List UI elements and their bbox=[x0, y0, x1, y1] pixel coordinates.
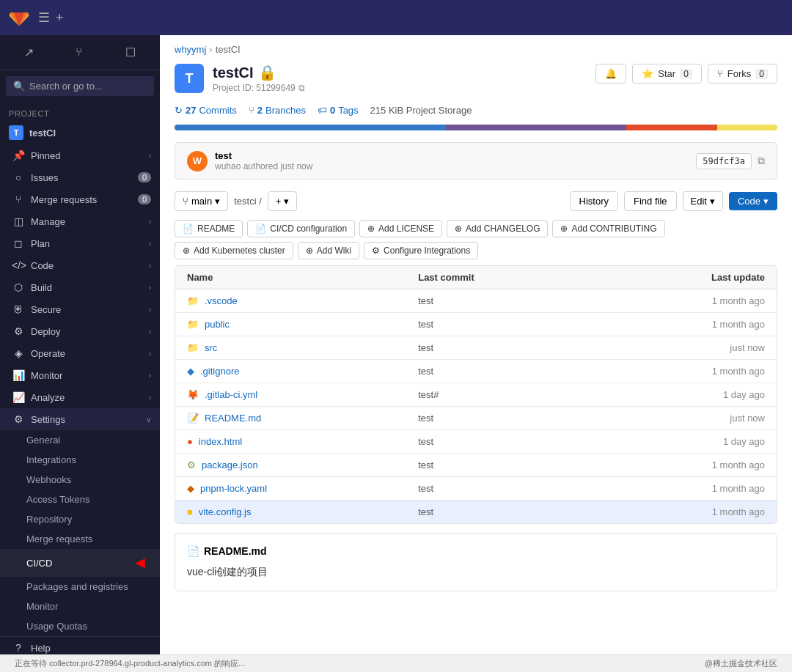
breadcrumb-parent-link[interactable]: whyymj bbox=[175, 44, 206, 55]
commit-hash[interactable]: 59dfcf3a bbox=[696, 153, 752, 169]
sidebar-your-work-icon[interactable]: ↗ bbox=[17, 41, 41, 64]
add-icon: ⊕ bbox=[455, 224, 462, 234]
readme-title-text: README.md bbox=[204, 545, 267, 557]
qa-k8s-button[interactable]: ⊕ Add Kubernetes cluster bbox=[175, 242, 293, 259]
gitlab-ci-icon: 🦊 bbox=[187, 389, 199, 400]
sidebar-item-label: Settings bbox=[31, 414, 65, 425]
branches-link[interactable]: ⑂ 2 Branches bbox=[249, 105, 306, 116]
sidebar-item-label: Pinned bbox=[31, 150, 60, 161]
commits-link[interactable]: ↻ 27 Commits bbox=[175, 105, 237, 116]
sidebar-item-label: Issues bbox=[31, 172, 59, 183]
sidebar-item-label: Build bbox=[31, 282, 52, 293]
sidebar-item-plan[interactable]: ◻ Plan › bbox=[0, 232, 160, 254]
sidebar-toggle-icon[interactable]: ☰ bbox=[38, 10, 50, 26]
file-table: Name Last commit Last update 📁.vscode te… bbox=[175, 265, 777, 524]
forks-button[interactable]: ⑂ Forks 0 bbox=[708, 64, 777, 84]
sidebar-sub-usage-quotas[interactable]: Usage Quotas bbox=[0, 616, 160, 636]
file-link[interactable]: .gitignore bbox=[200, 366, 239, 377]
code-button[interactable]: Code ▾ bbox=[729, 192, 777, 210]
edit-button[interactable]: Edit ▾ bbox=[683, 191, 723, 211]
sidebar-sub-integrations[interactable]: Integrations bbox=[0, 450, 160, 470]
file-link[interactable]: vite.config.js bbox=[199, 506, 252, 517]
repo-title-text: testCI bbox=[213, 64, 254, 81]
sidebar-sub-general[interactable]: General bbox=[0, 430, 160, 450]
sidebar-sub-cicd[interactable]: CI/CD ◄ bbox=[0, 549, 160, 577]
tags-link[interactable]: 🏷 0 Tags bbox=[318, 105, 359, 116]
sidebar-item-code[interactable]: </> Code › bbox=[0, 254, 160, 276]
copy-id-icon[interactable]: ⧉ bbox=[298, 83, 305, 93]
sidebar-item-manage[interactable]: ◫ Manage › bbox=[0, 210, 160, 232]
sidebar-sub-repository[interactable]: Repository bbox=[0, 509, 160, 529]
sidebar-item-monitor[interactable]: 📊 Monitor › bbox=[0, 364, 160, 386]
sidebar-sub-access-tokens[interactable]: Access Tokens bbox=[0, 490, 160, 509]
language-bar bbox=[175, 125, 777, 130]
qa-wiki-button[interactable]: ⊕ Add Wiki bbox=[298, 242, 359, 259]
qa-integrations-button[interactable]: ⚙ Configure Integrations bbox=[364, 242, 478, 259]
file-link[interactable]: src bbox=[205, 342, 217, 353]
star-button[interactable]: ⭐ Star 0 bbox=[632, 64, 702, 84]
file-link[interactable]: package.json bbox=[202, 459, 258, 470]
sidebar-sub-packages[interactable]: Packages and registries bbox=[0, 577, 160, 597]
branch-selector[interactable]: ⑂ main ▾ bbox=[175, 191, 228, 211]
file-link[interactable]: index.html bbox=[199, 436, 242, 447]
qa-license-button[interactable]: ⊕ Add LICENSE bbox=[359, 220, 442, 237]
sidebar-help-item[interactable]: ? Help bbox=[0, 636, 160, 654]
sidebar-item-merge-requests[interactable]: ⑂ Merge requests 0 bbox=[0, 188, 160, 210]
sidebar-sub-monitor[interactable]: Monitor bbox=[0, 597, 160, 616]
sidebar-merge-icon[interactable]: ⑂ bbox=[68, 41, 90, 64]
file-link[interactable]: public bbox=[205, 319, 230, 330]
history-button[interactable]: History bbox=[570, 191, 618, 211]
sidebar-item-label: Monitor bbox=[31, 370, 62, 381]
qa-changelog-button[interactable]: ⊕ Add CHANGELOG bbox=[447, 220, 548, 237]
folder-icon: 📁 bbox=[187, 342, 199, 353]
js-icon: ■ bbox=[187, 506, 193, 517]
sidebar-item-label: Deploy bbox=[31, 326, 60, 337]
table-row: ●index.html test 1 day ago bbox=[175, 430, 777, 454]
add-path-button[interactable]: + ▾ bbox=[268, 191, 297, 211]
sidebar-item-pinned[interactable]: 📌 Pinned › bbox=[0, 144, 160, 166]
sidebar-snippets-icon[interactable]: ☐ bbox=[118, 41, 143, 64]
chevron-down-icon: ▾ bbox=[284, 196, 289, 207]
chevron-right-icon: › bbox=[149, 372, 151, 380]
sidebar-project-item[interactable]: T testCI bbox=[0, 121, 160, 144]
chevron-right-icon: › bbox=[149, 306, 151, 314]
lang-segment-ts bbox=[175, 125, 446, 130]
sidebar-sub-webhooks[interactable]: Webhooks bbox=[0, 470, 160, 490]
sidebar-item-settings[interactable]: ⚙ Settings ∨ bbox=[0, 408, 160, 430]
merge-icon: ⑂ bbox=[12, 193, 25, 205]
sidebar-item-build[interactable]: ⬡ Build › bbox=[0, 276, 160, 298]
readme-file-icon: 📄 bbox=[187, 545, 199, 557]
sidebar-item-issues[interactable]: ○ Issues 0 bbox=[0, 166, 160, 188]
sidebar-item-secure[interactable]: ⛨ Secure › bbox=[0, 298, 160, 320]
copy-hash-icon[interactable]: ⧉ bbox=[758, 155, 765, 167]
sidebar-item-label: Code bbox=[31, 260, 54, 271]
sidebar-item-analyze[interactable]: 📈 Analyze › bbox=[0, 386, 160, 408]
branches-icon: ⑂ bbox=[249, 105, 254, 116]
add-icon: ⊕ bbox=[367, 224, 375, 234]
issues-icon: ○ bbox=[12, 171, 25, 183]
qa-contributing-button[interactable]: ⊕ Add CONTRIBUTING bbox=[552, 220, 664, 237]
file-commit: test bbox=[418, 366, 649, 377]
file-link[interactable]: pnpm-lock.yaml bbox=[200, 483, 267, 494]
file-time: just now bbox=[649, 413, 765, 424]
file-link[interactable]: .gitlab-ci.yml bbox=[205, 389, 257, 400]
file-link[interactable]: README.md bbox=[205, 413, 261, 424]
search-input[interactable]: 🔍 Search or go to... bbox=[6, 76, 154, 96]
sidebar-item-operate[interactable]: ◈ Operate › bbox=[0, 342, 160, 364]
notifications-button[interactable]: 🔔 bbox=[595, 64, 626, 84]
search-icon: 🔍 bbox=[13, 81, 25, 92]
file-time: 1 month ago bbox=[649, 366, 765, 377]
sidebar-item-label: Merge requests bbox=[31, 194, 97, 205]
chevron-right-icon: › bbox=[149, 240, 151, 248]
new-item-button[interactable]: + bbox=[56, 10, 64, 26]
sidebar-sub-merge-requests[interactable]: Merge requests bbox=[0, 529, 160, 549]
sidebar-item-label: Help bbox=[31, 643, 51, 654]
find-file-button[interactable]: Find file bbox=[624, 191, 677, 211]
file-link[interactable]: .vscode bbox=[205, 295, 238, 306]
qa-cicd-button[interactable]: 📄 CI/CD configuration bbox=[247, 220, 355, 237]
col-time: Last update bbox=[649, 272, 765, 283]
sidebar-item-deploy[interactable]: ⚙ Deploy › bbox=[0, 320, 160, 342]
chevron-right-icon: › bbox=[149, 394, 151, 402]
branch-icon: ⑂ bbox=[183, 196, 188, 207]
qa-readme-button[interactable]: 📄 README bbox=[175, 220, 243, 237]
